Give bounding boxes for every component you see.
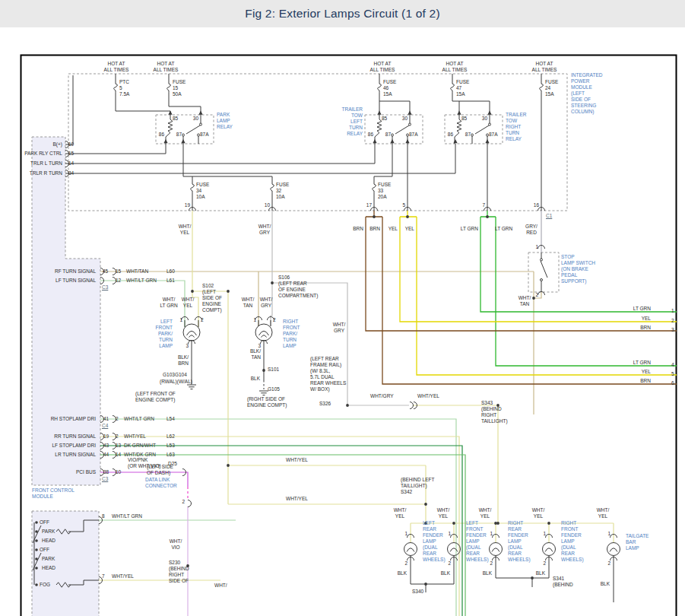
rl5-pin2: 2 [607, 560, 610, 567]
wire-whtvio: WHT/ VIO [170, 538, 182, 551]
fcm-bplus: B(+) [53, 141, 62, 148]
wire-whtltgrn-l61: WHT/LT GRN [126, 278, 157, 284]
fuse-15: FUSE 15 50A [173, 79, 186, 97]
right-front-park-turn-label: RIGHT FRONT PARK/ TURN LAMP [283, 319, 300, 349]
right-rear-fender-label: RIGHT REAR FENDER LAMP (DUAL REAR WHEELS… [508, 520, 531, 563]
right-front-fender-label: RIGHT FRONT FENDER LAMP (DUAL REAR WHEEL… [561, 520, 584, 563]
circuit-l62: L62 [166, 433, 175, 440]
circuit-l63: L63 [166, 452, 175, 458]
wire-l54: WHT/LT GRN [124, 416, 154, 422]
stop-lamp-switch-label: STOP LAMP SWITCH (ON BRAKE PEDAL SUPPORT… [561, 254, 595, 284]
relay3-pin85: 85 [461, 116, 467, 122]
edge-num-3: 3 [671, 327, 674, 333]
fcm-rf-turn: RF TURN SIGNAL [55, 268, 96, 275]
wire-brn-2: BRN [369, 226, 380, 232]
fcm-pci-pin: 38 [103, 469, 109, 475]
fcm-rh-pin2: 2 [116, 416, 119, 422]
edge-num-6: 6 [671, 380, 674, 386]
left-front-fender-label: LEFT FRONT FENDER LAMP (DUAL REAR WHEELS… [466, 520, 489, 563]
conn-c3-top: C3 [102, 284, 108, 291]
fuse-47: FUSE 47 15A [456, 79, 469, 97]
rl5-blk: BLK [601, 581, 610, 587]
conn-c4: C4 [102, 423, 108, 429]
splice-s230: S230 (BEHIND RIGHT SIDE OF [169, 560, 189, 584]
edge-ltgrn-4: LT GRN [633, 360, 651, 366]
fuse-32: FUSE 32 10A [276, 182, 289, 200]
ipm-label: INTEGRATED POWER MODULE (LEFT SIDE OF ST… [571, 72, 602, 115]
splice-s342: (BEHIND LEFT TAILLIGHT) S342 [401, 477, 434, 495]
wire-whtyel-5: WHT/YEL [286, 496, 308, 502]
wire-blk-g105: BLK [251, 376, 260, 382]
bus-pin-7: 7 [482, 202, 485, 208]
wire-brn-1: BRN [353, 226, 363, 232]
relay2-pin85: 85 [382, 116, 387, 122]
fuse-24: FUSE 24 15A [545, 79, 558, 97]
rl4-blk: BLK [536, 570, 545, 576]
wire-yel-2: YEL [405, 226, 414, 232]
fcm-lfs-pin: 43 [103, 443, 109, 449]
llamp-pin3: 3 [186, 343, 189, 349]
rl1-blk: BLK [398, 570, 407, 576]
rl2-pin1: 1 [448, 531, 451, 537]
relay2-pin87a: 87A [409, 132, 418, 138]
wire-whtgry-2: WHT/ GRY [333, 322, 346, 334]
rl3-pin2: 2 [490, 560, 493, 567]
relay2-pin87: 87 [385, 132, 391, 138]
edge-yel-2: YEL [642, 316, 651, 322]
llamp-pin2: 2 [201, 317, 204, 323]
wire-ltgrn-2: LT GRN [495, 226, 512, 232]
fcm-trlrr: TRLR R TURN [30, 170, 62, 176]
gnd-g105: G105 [268, 386, 280, 392]
circuit-l54: L54 [166, 416, 175, 422]
rl3-blk: BLK [483, 570, 492, 576]
wire-blktan: BLK/ TAN [250, 348, 261, 360]
splice-s343: S343 (BEHIND RIGHT TAILLIGHT) [481, 400, 508, 424]
wire-whtyel-4: WHT/YEL [286, 457, 308, 463]
hot-at-5: HOT AT ALL TIMES [532, 61, 557, 73]
left-rear-fender-label: LEFT REAR FENDER LAMP (DUAL REAR WHEELS) [423, 520, 446, 563]
wire-whtyel-lamp: WHT/ YEL [182, 297, 195, 309]
gnd-g103-note: (RWAL)(W/AL) [160, 379, 192, 385]
relay1-pin87: 87 [176, 132, 182, 138]
fcm-parkrly-pin: 15 [68, 151, 74, 157]
dlc-label: DATA LINK CONNECTOR [145, 477, 177, 489]
left-front-park-turn-label: LEFT FRONT PARK/ TURN LAMP [156, 319, 173, 349]
splice-s326: S326 [319, 401, 331, 407]
rl4-pin2: 2 [543, 560, 546, 567]
bus-pin-16: 16 [534, 202, 539, 208]
fcm-trlrl-pin: 14 [68, 160, 74, 167]
stop-pin-1: 1 [535, 244, 538, 250]
relay1-pin30: 30 [193, 116, 198, 122]
rl3-pin1: 1 [490, 531, 493, 537]
rl5-whtyel: WHT/ YEL [597, 507, 610, 519]
wire-blkbrn: BLK/ BRN [178, 354, 189, 367]
edge-num-1: 1 [671, 308, 674, 314]
wire-hls-8: WHT/LT GRN [112, 513, 142, 519]
edge-num-2: 2 [671, 318, 674, 324]
fcm-lf-pin: 12 [116, 278, 121, 284]
circuit-l61: L61 [166, 278, 175, 284]
wire-whtgry-lamp: WHT/ GRY [260, 297, 273, 309]
edge-num-4: 4 [671, 362, 674, 368]
wire-l62: WHT/YEL [124, 433, 146, 440]
fcm-lf-turn: LF TURN SIGNAL [55, 278, 96, 284]
edge-brn-6: BRN [640, 378, 651, 384]
wire-whttan-lamp: WHT/ TAN [242, 297, 255, 309]
fcm-parkrly: PARK RLY CTRL [24, 151, 62, 157]
hls-head-2: HEAD [42, 565, 55, 571]
relay1-pin87a: 87A [200, 132, 209, 138]
splice-s102: S102 (LEFT SIDE OF ENGINE COMPT) [202, 283, 222, 313]
wire-l53: DK GRN/WHT [124, 443, 156, 449]
hot-at-3: HOT AT ALL TIMES [370, 61, 395, 73]
relay3-pin86: 86 [448, 132, 453, 138]
wire-whtyel-3: WHT/YEL [417, 393, 439, 399]
fcm-lr-turn: LR TURN SIGNAL [55, 452, 96, 458]
fcm-rh-pin: 41 [103, 416, 109, 422]
rl1-pin1: 1 [404, 531, 408, 537]
dlc-loc: (LEFT SIDE OF DASH) [147, 464, 173, 476]
bus-pin-5: 5 [402, 202, 405, 208]
fuse-33: FUSE 33 20A [378, 182, 391, 200]
wire-yel-1: YEL [388, 226, 398, 232]
fcm-lr-pin: 44 [103, 452, 109, 458]
wire-whtyel-1: WHT/ YEL [179, 224, 192, 236]
